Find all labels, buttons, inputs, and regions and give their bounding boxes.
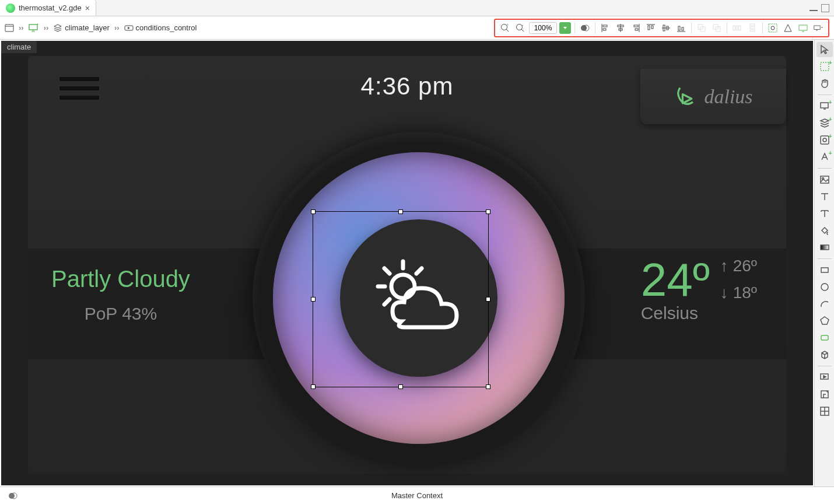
grid-tool[interactable] [817,404,833,419]
zoom-out-button[interactable]: - [514,22,527,34]
distribute-v-button[interactable] [746,22,759,34]
breadcrumb-window[interactable] [5,23,14,33]
breadcrumb-sep-icon: ›› [44,23,49,32]
top-toolbar: ›› + ›› climate_layer ›› conditions_cont… [0,16,834,40]
svg-rect-37 [739,26,741,30]
align-left-button[interactable] [599,22,612,34]
align-center-h-button[interactable] [614,22,627,34]
display-dropdown[interactable] [812,22,825,34]
condition-block: Partly Cloudy PoP 43% [51,266,190,324]
svg-rect-14 [603,25,607,27]
svg-rect-20 [634,25,638,27]
distribute-h-button[interactable] [731,22,744,34]
text-block-tool[interactable] [817,206,833,221]
toolbar-highlight-box: + - [494,19,829,37]
svg-rect-21 [635,29,638,30]
maximize-button[interactable] [821,4,829,12]
export-tool[interactable] [817,387,833,402]
dial-center[interactable] [340,219,497,377]
breadcrumb-screen[interactable]: + [29,23,39,33]
svg-rect-61 [821,268,828,272]
svg-text:+: + [506,23,509,27]
svg-rect-43 [799,25,807,30]
send-back-button[interactable] [710,22,723,34]
text-tool[interactable] [817,189,833,204]
align-right-button[interactable] [629,22,642,34]
svg-point-42 [771,26,775,30]
align-top-button[interactable] [644,22,657,34]
shape-tool-button[interactable] [782,22,794,34]
design-canvas[interactable]: climate 4:36 pm dalius Partly Cloudy PoP… [1,41,813,485]
close-tab-icon[interactable]: × [85,4,90,13]
zoom-input[interactable] [529,22,557,34]
svg-rect-54 [821,103,828,108]
svg-rect-36 [736,26,738,30]
mask-toggle-button[interactable] [579,22,591,34]
brand-name: dalius [704,86,752,108]
file-type-icon [6,4,15,13]
gradient-tool[interactable] [817,240,833,255]
temperature-high: ↑ 26º [720,257,757,275]
ellipse-tool[interactable] [817,279,833,295]
canvas-breadcrumb[interactable]: climate [1,41,37,53]
polygon-tool[interactable] [817,313,833,328]
svg-line-52 [416,268,422,274]
brand-logo-icon [674,84,699,110]
pointer-tool[interactable] [817,42,833,57]
zoom-in-button[interactable]: + [499,22,511,34]
temperature-low: ↓ 18º [720,284,757,302]
add-text-tool[interactable]: + [817,149,833,164]
breadcrumb-layer-label: climate_layer [65,23,110,32]
arc-tool[interactable] [817,296,833,312]
bring-front-button[interactable] [695,22,708,34]
svg-rect-40 [750,30,755,32]
svg-line-51 [384,299,390,304]
svg-point-47 [391,275,415,298]
svg-text:-: - [521,23,523,28]
svg-point-62 [821,284,828,290]
context-icon[interactable] [8,491,17,501]
control-icon [124,23,134,33]
svg-rect-29 [678,26,680,30]
breadcrumb-sep-icon: ›› [19,23,24,32]
brand-badge: dalius [640,69,786,124]
preview-tool[interactable] [817,370,833,385]
screen-fit-button[interactable] [797,22,810,34]
breadcrumb-layer[interactable]: climate_layer [53,23,110,33]
tab-bar: thermostat_v2.gde × [0,0,834,16]
window-buttons [810,4,829,12]
canvas-wrap: climate 4:36 pm dalius Partly Cloudy PoP… [0,40,814,487]
add-component-tool[interactable]: + [817,132,833,148]
context-label: Master Context [391,491,443,500]
paint-bucket-tool[interactable] [817,223,833,238]
svg-rect-45 [814,26,820,29]
minimize-button[interactable] [810,8,818,11]
rounded-rect-tool[interactable] [817,330,833,345]
marquee-tool[interactable]: + [817,59,833,74]
rectangle-tool[interactable] [817,262,833,278]
svg-rect-30 [682,27,684,30]
breadcrumb: ›› + ›› climate_layer ›› conditions_cont… [5,23,197,33]
cube-tool[interactable] [817,347,833,362]
align-bottom-button[interactable] [675,22,688,34]
screen-icon: + [29,23,39,33]
align-center-v-button[interactable] [660,22,672,34]
svg-line-6 [506,29,509,32]
editor-tab[interactable]: thermostat_v2.gde × [0,0,96,16]
svg-line-49 [384,268,390,274]
hand-tool[interactable] [817,76,833,91]
add-layer-tool[interactable]: + [817,116,833,131]
breadcrumb-control-label: conditions_control [136,23,197,32]
window-icon [5,23,14,33]
status-bar: Master Context [0,487,834,504]
add-screen-tool[interactable]: + [817,99,833,114]
image-tool[interactable] [817,172,833,187]
dial-ring [273,152,565,444]
tab-filename: thermostat_v2.gde [19,4,82,12]
select-group-button[interactable] [766,22,779,34]
zoom-dropdown[interactable] [559,22,571,34]
breadcrumb-control[interactable]: conditions_control [124,23,197,33]
svg-point-57 [823,138,826,142]
svg-rect-53 [821,62,829,71]
svg-rect-63 [821,335,828,340]
